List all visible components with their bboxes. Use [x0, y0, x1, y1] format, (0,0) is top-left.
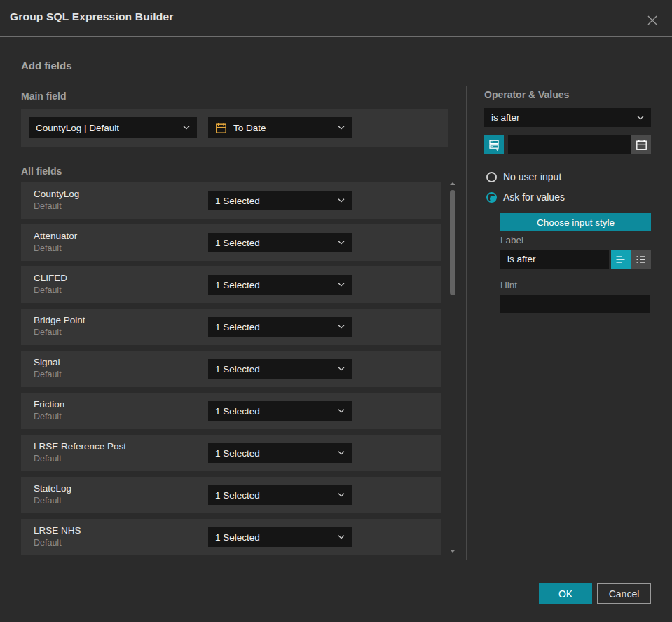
field-selected-dropdown[interactable]: 1 Selected [208, 191, 352, 210]
field-selected-value: 1 Selected [215, 490, 260, 501]
scrollbar-thumb[interactable] [450, 190, 455, 295]
calendar-icon [215, 122, 227, 134]
operator-select-value: is after [491, 112, 520, 123]
value-type-button[interactable] [484, 135, 504, 154]
hint-input[interactable] [500, 295, 650, 313]
radio-icon [486, 192, 497, 203]
field-selected-value: 1 Selected [215, 448, 260, 459]
label-input[interactable] [500, 250, 609, 269]
chevron-down-icon [183, 126, 190, 130]
chevron-down-icon [338, 283, 345, 287]
close-icon [645, 13, 660, 28]
field-subtitle: Default [34, 285, 62, 295]
date-field-select[interactable]: To Date [208, 117, 352, 138]
scrollbar-up-arrow[interactable] [450, 182, 455, 185]
field-name: LRSE Reference Post [34, 441, 126, 452]
field-subtitle: Default [34, 412, 62, 421]
vertical-divider [466, 86, 467, 560]
field-selected-value: 1 Selected [215, 406, 260, 417]
field-selected-dropdown[interactable]: 1 Selected [208, 443, 352, 463]
field-name: Bridge Point [34, 315, 85, 325]
date-field-select-value: To Date [233, 123, 266, 133]
chevron-down-icon [338, 126, 345, 130]
choose-input-style-button[interactable]: Choose input style [500, 213, 651, 231]
chevron-down-icon [637, 116, 644, 120]
main-field-select-value: CountyLog | Default [36, 123, 119, 133]
field-subtitle: Default [34, 496, 62, 506]
chevron-down-icon [338, 325, 345, 329]
main-field-select[interactable]: CountyLog | Default [29, 117, 197, 138]
close-button[interactable] [643, 11, 661, 29]
label-field-label: Label [500, 235, 523, 245]
all-fields-list: CountyLog Default 1 Selected Attenuator … [21, 182, 441, 561]
field-selected-dropdown[interactable]: 1 Selected [208, 485, 352, 505]
field-name: CLIFED [34, 273, 67, 283]
field-selected-dropdown[interactable]: 1 Selected [208, 275, 352, 295]
field-subtitle: Default [34, 327, 62, 337]
field-row: StateLog Default 1 Selected [21, 477, 441, 513]
calendar-picker-button[interactable] [631, 135, 651, 154]
list-input-style-button[interactable] [631, 250, 651, 269]
field-selected-dropdown[interactable]: 1 Selected [208, 233, 352, 252]
operator-select[interactable]: is after [484, 108, 651, 127]
main-field-heading: Main field [21, 90, 67, 102]
dialog-title: Group SQL Expression Builder [10, 11, 174, 23]
hint-field-label: Hint [500, 280, 517, 290]
radio-no-user-input[interactable]: No user input [486, 171, 561, 182]
single-line-input-style-button[interactable] [611, 250, 631, 269]
field-name: Friction [34, 399, 64, 410]
calendar-icon [636, 139, 647, 151]
scrollbar-down-arrow[interactable] [450, 550, 455, 553]
all-fields-heading: All fields [21, 165, 62, 177]
chevron-down-icon [338, 451, 345, 455]
cancel-button[interactable]: Cancel [597, 583, 651, 604]
field-name: StateLog [34, 483, 71, 494]
field-name: LRSE NHS [34, 525, 81, 536]
field-selected-value: 1 Selected [215, 280, 260, 290]
chevron-down-icon [338, 198, 345, 203]
field-selected-dropdown[interactable]: 1 Selected [208, 359, 352, 379]
field-subtitle: Default [34, 201, 62, 211]
chevron-down-icon [338, 241, 345, 245]
field-selected-value: 1 Selected [215, 364, 260, 374]
value-type-icon [488, 138, 500, 151]
field-row: Attenuator Default 1 Selected [21, 224, 441, 261]
field-selected-value: 1 Selected [215, 322, 260, 332]
group-sql-expression-builder-dialog: Group SQL Expression Builder Add fields … [0, 0, 672, 622]
field-subtitle: Default [34, 370, 62, 379]
chevron-down-icon [338, 493, 345, 497]
operator-values-heading: Operator & Values [484, 89, 569, 100]
field-selected-value: 1 Selected [215, 238, 260, 248]
field-row: LRSE NHS Default 1 Selected [21, 519, 441, 555]
field-row: Signal Default 1 Selected [21, 351, 441, 387]
field-name: Attenuator [34, 231, 77, 241]
field-row: Friction Default 1 Selected [21, 393, 441, 429]
ok-button[interactable]: OK [539, 583, 592, 604]
field-subtitle: Default [34, 243, 62, 253]
field-selected-value: 1 Selected [215, 532, 260, 543]
radio-no-user-input-label: No user input [503, 171, 561, 182]
header-divider [0, 36, 672, 37]
field-row: CLIFED Default 1 Selected [21, 266, 441, 303]
field-row: LRSE Reference Post Default 1 Selected [21, 435, 441, 471]
value-input[interactable] [508, 135, 631, 154]
chevron-down-icon [338, 535, 345, 539]
single-line-input-icon [615, 255, 626, 264]
chevron-down-icon [338, 367, 345, 371]
field-name: Signal [34, 357, 60, 367]
field-selected-dropdown[interactable]: 1 Selected [208, 317, 352, 337]
field-name: CountyLog [34, 189, 79, 199]
field-subtitle: Default [34, 454, 62, 464]
radio-ask-for-values[interactable]: Ask for values [486, 191, 565, 203]
add-fields-heading: Add fields [21, 60, 72, 72]
field-subtitle: Default [34, 538, 62, 548]
radio-icon [486, 172, 497, 182]
field-selected-dropdown[interactable]: 1 Selected [208, 527, 352, 547]
radio-ask-for-values-label: Ask for values [503, 191, 565, 203]
list-input-icon [636, 255, 647, 264]
field-selected-value: 1 Selected [215, 196, 260, 206]
field-row: CountyLog Default 1 Selected [21, 182, 441, 219]
chevron-down-icon [338, 409, 345, 413]
field-row: Bridge Point Default 1 Selected [21, 309, 441, 345]
field-selected-dropdown[interactable]: 1 Selected [208, 401, 352, 421]
